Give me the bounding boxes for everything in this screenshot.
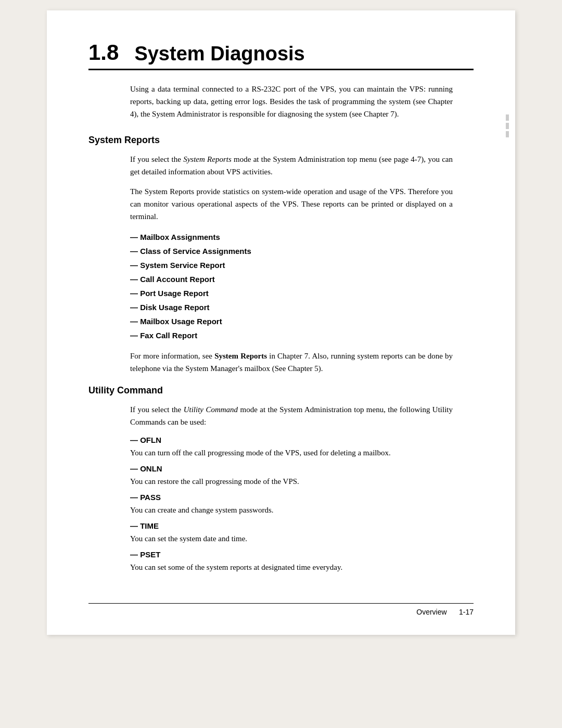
system-reports-heading: System Reports — [88, 135, 474, 146]
list-item: Mailbox Usage Report — [130, 314, 453, 328]
list-item: Port Usage Report — [130, 286, 453, 300]
page: 1.8 System Diagnosis Using a data termin… — [47, 10, 515, 635]
list-item: Disk Usage Report — [130, 300, 453, 314]
subsection-ofln: OFLN You can turn off the call progressi… — [130, 436, 453, 459]
system-reports-list: Mailbox Assignments Class of Service Ass… — [130, 230, 453, 342]
subsection-time: TIME You can set the system date and tim… — [130, 521, 453, 545]
chapter-title: System Diagnosis — [134, 44, 304, 63]
edge-marks — [506, 114, 509, 137]
intro-paragraph: Using a data terminal connected to a RS-… — [130, 83, 453, 120]
utility-command-content: If you select the Utility Command mode a… — [130, 403, 453, 573]
ofln-heading: OFLN — [130, 436, 453, 444]
list-item: Class of Service Assignments — [130, 244, 453, 258]
footer-overview: Overview 1-17 — [416, 608, 474, 616]
edge-mark — [506, 131, 509, 137]
list-item: System Service Report — [130, 258, 453, 272]
subsection-pset: PSET You can set some of the system repo… — [130, 550, 453, 573]
system-reports-closing: For more information, see System Reports… — [130, 350, 453, 375]
system-reports-para-2: The System Reports provide statistics on… — [130, 185, 453, 223]
system-reports-content: If you select the System Reports mode at… — [130, 153, 453, 375]
subsection-pass: PASS You can create and change system pa… — [130, 493, 453, 516]
pset-text: You can set some of the system reports a… — [130, 561, 453, 573]
pass-heading: PASS — [130, 493, 453, 502]
page-footer: Overview 1-17 — [88, 603, 474, 616]
pset-heading: PSET — [130, 550, 453, 559]
ofln-text: You can turn off the call progressing mo… — [130, 446, 453, 459]
time-heading: TIME — [130, 521, 453, 530]
utility-command-heading: Utility Command — [88, 385, 474, 396]
utility-command-intro: If you select the Utility Command mode a… — [130, 403, 453, 428]
onln-text: You can restore the call progressing mod… — [130, 475, 453, 488]
header-rule — [88, 69, 474, 70]
pass-text: You can create and change system passwor… — [130, 504, 453, 516]
onln-heading: ONLN — [130, 464, 453, 473]
edge-mark — [506, 114, 509, 121]
chapter-header: 1.8 System Diagnosis — [88, 42, 474, 66]
list-item: Fax Call Report — [130, 328, 453, 342]
subsection-onln: ONLN You can restore the call progressin… — [130, 464, 453, 488]
chapter-number: 1.8 — [88, 42, 119, 63]
time-text: You can set the system date and time. — [130, 532, 453, 545]
edge-mark — [506, 123, 509, 129]
system-reports-para-1: If you select the System Reports mode at… — [130, 153, 453, 178]
list-item: Call Account Report — [130, 272, 453, 286]
list-item: Mailbox Assignments — [130, 230, 453, 244]
